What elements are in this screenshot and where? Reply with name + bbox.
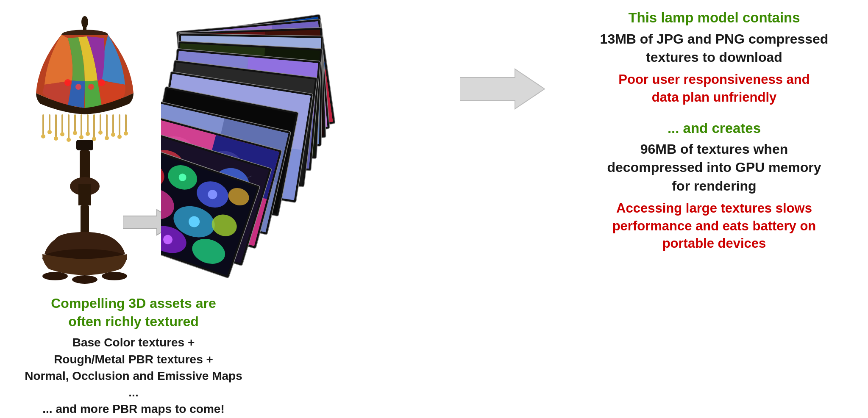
gpu-text2: decompressed into GPU memory [576, 158, 852, 177]
svg-point-0 [81, 16, 88, 28]
slow-text3: portable devices [576, 235, 852, 252]
svg-point-18 [47, 130, 52, 134]
svg-point-22 [73, 131, 77, 135]
more-pbr-text: ... and more PBR maps to come! [23, 401, 244, 417]
gpu-text3: for rendering [576, 177, 852, 195]
svg-point-41 [75, 84, 81, 90]
svg-rect-13 [106, 114, 108, 137]
compelling-heading1: Compelling 3D assets are [23, 294, 244, 313]
lamp-section [13, 8, 174, 313]
svg-point-37 [42, 272, 68, 280]
svg-point-39 [102, 272, 127, 280]
svg-rect-5 [55, 114, 57, 138]
compelling-heading2: often richly textured [23, 313, 244, 331]
lamp-image [13, 8, 157, 296]
svg-rect-14 [112, 114, 114, 134]
main-container: This lamp model contains 13MB of JPG and… [0, 0, 868, 418]
lamp-contains-heading: This lamp model contains [576, 8, 852, 28]
svg-rect-15 [119, 114, 120, 136]
and-creates-heading: ... and creates [576, 119, 852, 138]
svg-rect-7 [68, 114, 70, 139]
svg-point-23 [79, 135, 83, 139]
svg-rect-4 [49, 114, 50, 131]
svg-point-20 [60, 132, 64, 136]
svg-point-30 [124, 131, 128, 136]
arrow-right [460, 66, 545, 114]
mb-text-line1: 13MB of JPG and PNG compressed [576, 30, 852, 48]
svg-rect-12 [100, 114, 101, 132]
svg-point-26 [98, 130, 103, 135]
svg-rect-16 [125, 114, 127, 133]
bottom-left-text: Compelling 3D assets are often richly te… [23, 294, 244, 417]
svg-point-21 [67, 138, 71, 142]
poor-user-text1: Poor user responsiveness and [576, 71, 852, 89]
svg-marker-150 [460, 69, 545, 109]
svg-point-40 [64, 79, 71, 86]
normal-occlusion-text: Normal, Occlusion and Emissive Maps ... [23, 368, 244, 401]
svg-rect-10 [87, 114, 89, 133]
svg-point-28 [111, 133, 115, 137]
poor-user-text2: data plan unfriendly [576, 89, 852, 106]
svg-point-27 [105, 136, 109, 140]
rough-metal-text: Rough/Metal PBR textures + [23, 351, 244, 368]
svg-point-19 [54, 136, 58, 141]
svg-point-29 [117, 135, 122, 139]
svg-point-17 [41, 134, 45, 138]
svg-point-42 [88, 84, 94, 90]
svg-rect-6 [61, 114, 63, 133]
svg-point-38 [72, 275, 97, 284]
mb-text-line2: textures to download [576, 48, 852, 66]
base-color-text: Base Color textures + [23, 334, 244, 351]
right-text-section: This lamp model contains 13MB of JPG and… [576, 8, 852, 252]
svg-rect-31 [76, 140, 93, 150]
svg-rect-3 [42, 114, 44, 136]
svg-point-24 [86, 132, 90, 136]
svg-rect-11 [93, 114, 95, 138]
svg-rect-8 [74, 114, 76, 132]
gpu-text1: 96MB of textures when [576, 140, 852, 158]
svg-rect-34 [78, 184, 91, 205]
slow-text2: performance and eats battery on [576, 217, 852, 235]
slow-text1: Accessing large textures slows [576, 199, 852, 217]
svg-point-43 [98, 79, 105, 86]
svg-rect-9 [81, 114, 82, 136]
